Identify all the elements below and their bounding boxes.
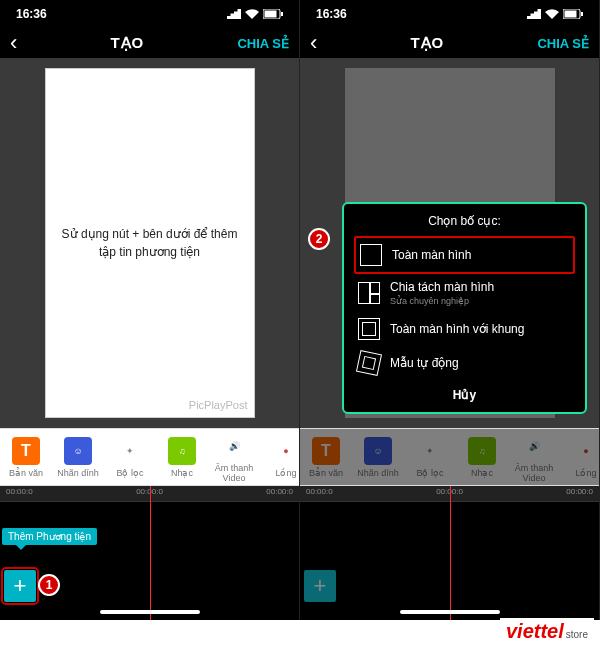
callout-2: 2 [308,228,330,250]
tool-audio[interactable]: 🔊Âm thanh Video [208,432,260,483]
tool-dub[interactable]: ●Lồng [260,437,299,478]
frame-icon [358,318,380,340]
layout-option-split[interactable]: Chia tách màn hìnhSửa chuyên nghiệp [354,274,575,312]
sticker-icon: ☺ [64,437,92,465]
tool-text[interactable]: TBản văn [0,437,52,478]
battery-icon [563,9,583,19]
modal-title: Chọn bố cục: [354,214,575,228]
modal-cancel-button[interactable]: Hủy [354,380,575,404]
brand-sub: store [566,629,588,640]
tool-filter[interactable]: ✦Bộ lọc [104,437,156,478]
tool-filter: ✦Bộ lọc [404,437,456,478]
dub-icon: ● [572,437,599,465]
sticker-icon: ☺ [364,437,392,465]
side-by-side-screens: 16:36 ‹ TẠO CHIA SẺ Sử dụng nút + bên dư… [0,0,600,620]
add-media-tooltip: Thêm Phương tiện [2,528,97,545]
timeline-body: Thêm Phương tiện + 1 [0,502,299,620]
full-icon [360,244,382,266]
music-icon: ♫ [168,437,196,465]
signal-icon [527,9,541,19]
nav-bar: ‹ TẠO CHIA SẺ [0,28,299,58]
phone-right: 16:36 ‹ TẠO CHIA SẺ 2 Chọn bố cục: Toàn … [300,0,600,620]
audio-icon: 🔊 [220,432,248,460]
tool-sticker: ☺Nhãn dính [352,437,404,478]
watermark: PicPlayPost [189,399,248,411]
home-indicator [400,610,500,614]
share-button[interactable]: CHIA SẺ [237,36,289,51]
nav-bar: ‹ TẠO CHIA SẺ [300,28,599,58]
battery-icon [263,9,283,19]
media-canvas[interactable]: Sử dụng nút + bên dưới để thêm tập tin p… [45,68,255,418]
svg-rect-1 [265,11,277,18]
status-bar: 16:36 [0,0,299,28]
back-button[interactable]: ‹ [310,32,317,54]
svg-rect-5 [581,12,583,16]
brand-logo: viettel store [500,618,594,645]
tool-sticker[interactable]: ☺Nhãn dính [52,437,104,478]
status-indicators [527,9,583,19]
page-title: TẠO [110,34,144,52]
dub-icon: ● [272,437,299,465]
svg-rect-4 [565,11,577,18]
timeline[interactable]: 00:00:0 00:00:0 00:00:0 Thêm Phương tiện… [0,486,299,620]
canvas-area: Sử dụng nút + bên dưới để thêm tập tin p… [0,58,299,428]
svg-rect-2 [281,12,283,16]
filter-icon: ✦ [116,437,144,465]
tool-music[interactable]: ♫Nhạc [156,437,208,478]
canvas-area-dimmed: 2 Chọn bố cục: Toàn màn hình Chia tách m… [300,58,599,428]
page-title: TẠO [410,34,444,52]
wifi-icon [545,9,559,19]
status-time: 16:36 [16,7,47,21]
tool-text: TBản văn [300,437,352,478]
filter-icon: ✦ [416,437,444,465]
status-bar: 16:36 [300,0,599,28]
tool-music: ♫Nhạc [456,437,508,478]
auto-icon [356,350,382,376]
wifi-icon [245,9,259,19]
canvas-placeholder: Sử dụng nút + bên dưới để thêm tập tin p… [58,225,242,261]
text-icon: T [12,437,40,465]
signal-icon [227,9,241,19]
tool-audio: 🔊Âm thanh Video [508,432,560,483]
tool-dub: ●Lồng [560,437,599,478]
music-icon: ♫ [468,437,496,465]
share-button[interactable]: CHIA SẺ [537,36,589,51]
status-indicators [227,9,283,19]
timeline-body: + [300,502,599,620]
add-media-button-dimmed: + [304,570,336,602]
timeline-dimmed: 00:00:0 00:00:0 00:00:0 + [300,486,599,620]
layout-option-full[interactable]: Toàn màn hình [354,236,575,274]
callout-1: 1 [38,574,60,596]
status-time: 16:36 [316,7,347,21]
split-icon [358,282,380,304]
back-button[interactable]: ‹ [10,32,17,54]
toolbar-dimmed: TBản văn ☺Nhãn dính ✦Bộ lọc ♫Nhạc 🔊Âm th… [300,428,599,486]
layout-option-auto[interactable]: Mẫu tự động [354,346,575,380]
add-media-button[interactable]: + [4,570,36,602]
layout-option-frame[interactable]: Toàn màn hình với khung [354,312,575,346]
toolbar: TBản văn ☺Nhãn dính ✦Bộ lọc ♫Nhạc 🔊Âm th… [0,428,299,486]
phone-left: 16:36 ‹ TẠO CHIA SẺ Sử dụng nút + bên dư… [0,0,300,620]
audio-icon: 🔊 [520,432,548,460]
brand-main: viettel [506,620,564,643]
text-icon: T [312,437,340,465]
layout-modal: Chọn bố cục: Toàn màn hình Chia tách màn… [342,202,587,414]
home-indicator [100,610,200,614]
